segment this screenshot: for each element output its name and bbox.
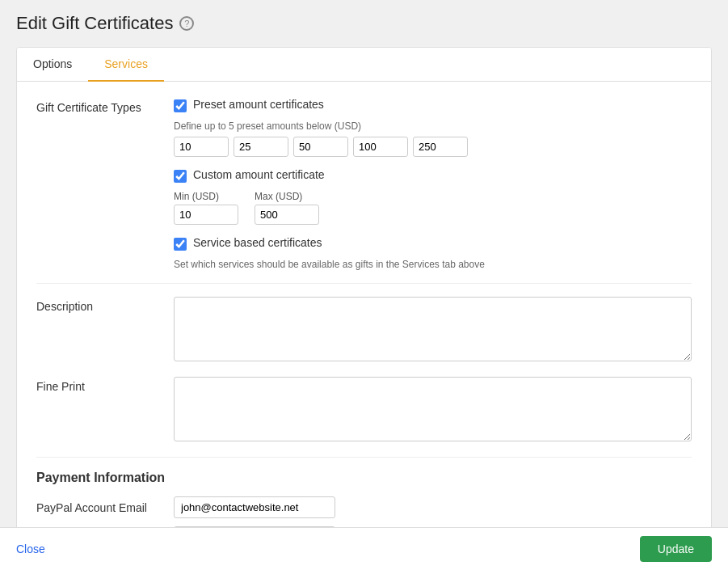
- service-checkbox-row: Service based certificates: [174, 236, 692, 251]
- main-card: Options Services Gift Certificate Types …: [16, 47, 712, 570]
- max-input[interactable]: [255, 205, 319, 225]
- payment-section-title: Payment Information: [36, 471, 692, 485]
- paypal-row: PayPal Account Email: [36, 496, 692, 518]
- gift-certificate-types-content: Preset amount certificates Define up to …: [174, 98, 692, 270]
- gift-certificate-types-label: Gift Certificate Types: [36, 98, 174, 114]
- custom-amount-checkbox[interactable]: [174, 170, 187, 183]
- description-content: [174, 297, 692, 364]
- page-title: Edit Gift Certificates: [16, 13, 173, 34]
- preset-amount-checkbox[interactable]: [174, 99, 187, 112]
- preset-amount-block: Preset amount certificates Define up to …: [174, 98, 692, 157]
- paypal-email-input[interactable]: [174, 496, 335, 518]
- paypal-label: PayPal Account Email: [36, 501, 174, 514]
- custom-checkbox-row: Custom amount certificate: [174, 168, 692, 183]
- fine-print-row: Fine Print: [36, 377, 692, 444]
- custom-amount-label: Custom amount certificate: [193, 168, 325, 181]
- custom-amount-block: Custom amount certificate Min (USD) Max …: [174, 168, 692, 225]
- update-button[interactable]: Update: [640, 536, 712, 562]
- divider-1: [36, 283, 692, 284]
- tab-services[interactable]: Services: [88, 48, 164, 82]
- tab-bar: Options Services: [17, 48, 711, 82]
- service-description: Set which services should be available a…: [174, 259, 692, 270]
- divider-2: [36, 457, 692, 458]
- service-based-checkbox[interactable]: [174, 238, 187, 251]
- gift-certificate-types-row: Gift Certificate Types Preset amount cer…: [36, 98, 692, 270]
- card-body: Gift Certificate Types Preset amount cer…: [17, 82, 711, 570]
- preset-amount-1[interactable]: [174, 137, 229, 157]
- tab-options[interactable]: Options: [17, 48, 88, 82]
- max-group: Max (USD): [255, 191, 319, 225]
- fine-print-textarea[interactable]: [174, 377, 692, 441]
- min-input[interactable]: [174, 205, 238, 225]
- preset-checkbox-row: Preset amount certificates: [174, 98, 692, 112]
- paypal-input-wrapper: [174, 496, 335, 518]
- preset-inputs-row: [174, 137, 692, 157]
- fine-print-content: [174, 377, 692, 444]
- footer-bar: Close Update: [0, 527, 728, 570]
- min-group: Min (USD): [174, 191, 238, 225]
- preset-description: Define up to 5 preset amounts below (USD…: [174, 120, 692, 132]
- description-label: Description: [36, 297, 174, 313]
- description-textarea[interactable]: [174, 297, 692, 361]
- service-based-label: Service based certificates: [193, 236, 322, 249]
- description-row: Description: [36, 297, 692, 364]
- preset-amount-label: Preset amount certificates: [193, 98, 324, 111]
- help-icon[interactable]: ?: [179, 16, 194, 31]
- preset-amount-2[interactable]: [234, 137, 288, 157]
- preset-amount-3[interactable]: [293, 137, 348, 157]
- service-based-block: Service based certificates Set which ser…: [174, 236, 692, 270]
- min-label: Min (USD): [174, 191, 238, 202]
- fine-print-label: Fine Print: [36, 377, 174, 393]
- preset-amount-4[interactable]: [353, 137, 408, 157]
- close-button[interactable]: Close: [16, 539, 45, 559]
- preset-amount-5[interactable]: [413, 137, 468, 157]
- min-max-row: Min (USD) Max (USD): [174, 191, 692, 225]
- max-label: Max (USD): [255, 191, 319, 202]
